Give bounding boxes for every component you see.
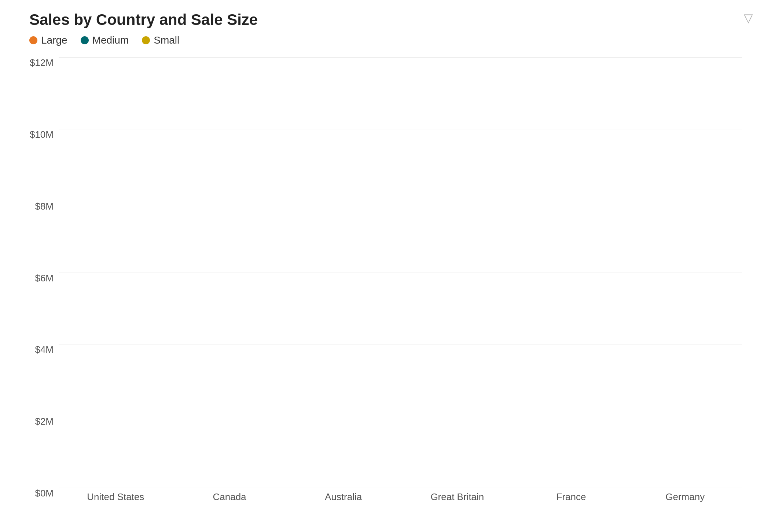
legend-item-small: Small <box>142 34 179 46</box>
y-axis: $0M$2M$4M$6M$8M$10M$12M <box>29 57 59 503</box>
y-axis-label: $8M <box>29 201 59 212</box>
x-axis-label: United States <box>59 491 173 503</box>
legend-label-large: Large <box>41 34 67 46</box>
y-axis-label: $0M <box>29 488 59 499</box>
chart-title: Sales by Country and Sale Size <box>29 11 742 29</box>
x-axis-label: Germany <box>628 491 742 503</box>
x-axis-label: Great Britain <box>400 491 514 503</box>
legend-item-medium: Medium <box>81 34 129 46</box>
chart-container: Sales by Country and Sale Size Large Med… <box>0 0 764 532</box>
y-axis-label: $12M <box>29 57 59 69</box>
small-dot <box>142 36 150 44</box>
legend-item-large: Large <box>29 34 67 46</box>
y-axis-label: $10M <box>29 129 59 140</box>
y-axis-label: $4M <box>29 344 59 355</box>
chart-legend: Large Medium Small <box>29 34 742 46</box>
large-dot <box>29 36 37 44</box>
legend-label-medium: Medium <box>92 34 129 46</box>
y-axis-label: $2M <box>29 416 59 427</box>
x-labels: United StatesCanadaAustraliaGreat Britai… <box>59 491 742 503</box>
legend-label-small: Small <box>154 34 179 46</box>
x-axis-label: France <box>514 491 628 503</box>
grid-line <box>59 488 742 488</box>
bars-area <box>59 57 742 487</box>
medium-dot <box>81 36 89 44</box>
x-axis-label: Canada <box>173 491 287 503</box>
x-axis-label: Australia <box>286 491 400 503</box>
y-axis-label: $6M <box>29 273 59 284</box>
chart-area: $0M$2M$4M$6M$8M$10M$12M United StatesCan… <box>29 57 742 503</box>
chart-plot: United StatesCanadaAustraliaGreat Britai… <box>59 57 742 503</box>
